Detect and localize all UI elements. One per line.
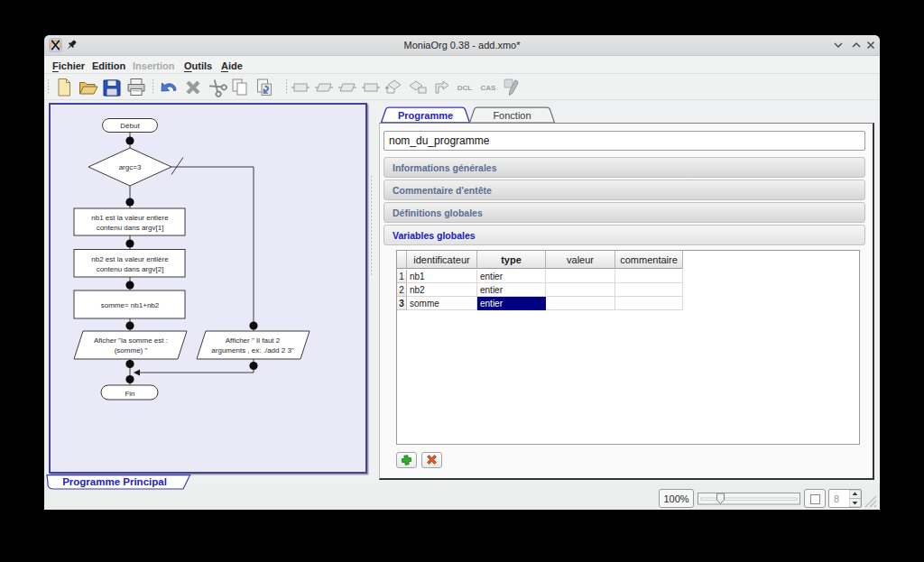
svg-text:Afficher " Il faut 2: Afficher " Il faut 2 xyxy=(226,336,281,345)
svg-text:Fin: Fin xyxy=(125,390,134,398)
svg-text:CAS: CAS xyxy=(481,84,497,92)
svg-text:Début: Début xyxy=(120,122,140,130)
svg-text:DCL: DCL xyxy=(457,84,473,92)
svg-text:Aficher "la somme est :: Aficher "la somme est : xyxy=(94,336,168,345)
svg-text:nb2 est la valeur entière: nb2 est la valeur entière xyxy=(91,255,169,263)
svg-text:somme= nb1+nb2: somme= nb1+nb2 xyxy=(101,301,160,309)
svg-text:argc=3: argc=3 xyxy=(119,163,142,171)
svg-text:contenu dans argv[1]: contenu dans argv[1] xyxy=(97,224,164,232)
svg-text:nb1 est la valeur entiere: nb1 est la valeur entiere xyxy=(91,214,169,222)
svg-text:(somme) ": (somme) " xyxy=(115,346,148,355)
svg-text:arguments , ex: ./add 2 3": arguments , ex: ./add 2 3" xyxy=(211,346,293,355)
svg-text:contenu dans argv[2]: contenu dans argv[2] xyxy=(97,265,164,273)
